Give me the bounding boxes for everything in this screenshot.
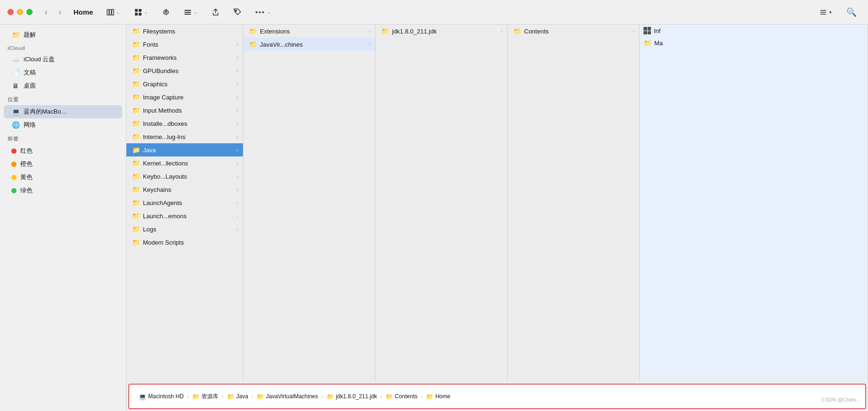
sidebar-item-network[interactable]: 🌐 网络 (4, 118, 122, 132)
list-item[interactable]: 📁 Frameworks › (126, 51, 243, 64)
folder-icon: 📁 (132, 212, 140, 220)
sidebar-item-tag-yellow[interactable]: 黄色 (4, 171, 122, 184)
list-item-extensions[interactable]: 📁 Extensions › (243, 25, 375, 38)
minimize-button[interactable] (17, 9, 23, 15)
list-item-javavirtual[interactable]: 📁 JavaVir...chines › (243, 38, 375, 51)
svg-rect-11 (184, 14, 191, 15)
sidebar-item-label: 绿色 (20, 186, 33, 195)
list-item[interactable]: 📁 Logs › (126, 222, 243, 236)
list-item[interactable]: 📁 Graphics › (126, 77, 243, 90)
list-item-contents[interactable]: 📁 Contents › (508, 25, 639, 38)
forward-button[interactable]: › (56, 6, 64, 18)
list-item-inf[interactable]: Inf (640, 25, 868, 37)
maximize-button[interactable] (26, 9, 33, 15)
sidebar-item-label: 桌面 (24, 82, 36, 90)
breadcrumb-item-macintosh[interactable]: 💻 Macintosh HD (137, 392, 185, 401)
back-button[interactable]: ‹ (42, 6, 50, 18)
breadcrumb-item-jvm[interactable]: 📁 JavaVirtualMachines (255, 392, 320, 401)
search-button[interactable]: 🔍 (843, 5, 860, 20)
sidebar-item-label: 黄色 (20, 173, 33, 181)
breadcrumb-label: Java (236, 393, 248, 400)
tag-yellow-dot (11, 175, 17, 180)
desktop-icon: 🖥 (11, 82, 20, 90)
breadcrumb-separator: › (222, 394, 224, 399)
sidebar-item-tag-red[interactable]: 红色 (4, 144, 122, 157)
list-item[interactable]: 📁 Interne...lug-Ins › (126, 130, 243, 143)
list-item[interactable]: 📁 Fonts › (126, 38, 243, 51)
tag-orange-dot (11, 162, 17, 167)
breadcrumb-item-java[interactable]: 📁 Java (225, 392, 250, 401)
breadcrumb-item-contents[interactable]: 📁 Contents (384, 392, 419, 401)
tag-green-dot (11, 188, 17, 193)
breadcrumb-item-jdk[interactable]: 📁 jdk1.8.0_211.jdk (325, 392, 379, 401)
list-item[interactable]: 📁 Keybo...Layouts › (126, 170, 243, 183)
sidebar-item-macbook[interactable]: 💻 蓝冉的MacBo… (4, 105, 122, 118)
list-item[interactable]: 📁 Installe...dboxes › (126, 117, 243, 130)
folder-icon: 📁 (426, 393, 434, 400)
list-item-java[interactable]: 📁 Java › (126, 143, 243, 156)
list-item[interactable]: 📁 Input Methods › (126, 104, 243, 117)
folder-icon: 📁 (132, 80, 140, 88)
breadcrumb-item-home[interactable]: 📁 Home (424, 392, 452, 401)
folder-icon: 📁 (132, 107, 140, 114)
list-item[interactable]: 📁 Image Capture › (126, 90, 243, 104)
sidebar-item-tag-green[interactable]: 绿色 (4, 184, 122, 197)
svg-point-8 (165, 11, 167, 13)
svg-rect-0 (107, 9, 109, 15)
list-item[interactable]: 📁 Kernel...llections › (126, 156, 243, 170)
breadcrumb-label: JavaVirtualMachines (266, 393, 318, 400)
grid-view-button[interactable]: ⌄ (130, 6, 152, 18)
list-item[interactable]: 📁 Filesystems (126, 25, 243, 38)
share-button[interactable] (208, 6, 224, 18)
sidebar-item-label: 网络 (24, 121, 36, 129)
breadcrumb-separator: › (380, 394, 382, 399)
sidebar-item-tijie[interactable]: 📁 题解 (4, 28, 122, 41)
list-item[interactable]: 📁 LaunchAgents › (126, 196, 243, 209)
folder-icon: 📁 (257, 393, 264, 400)
view-columns-button[interactable]: ⌄ (102, 6, 125, 18)
folder-icon: 📁 (132, 146, 140, 154)
folder-icon: 📁 (326, 393, 334, 400)
list-item[interactable]: 📁 Keychains › (126, 183, 243, 196)
list-item-jdk[interactable]: 📁 jdk1.8.0_211.jdk › (376, 25, 507, 38)
breadcrumb-separator: › (421, 394, 423, 399)
svg-rect-3 (135, 9, 138, 12)
folder-icon: 📁 (132, 238, 140, 246)
folder-icon: 📁 (132, 120, 140, 127)
close-button[interactable] (8, 9, 14, 15)
folder-icon: 📁 (132, 159, 140, 167)
svg-point-12 (235, 10, 237, 11)
more-button[interactable]: ••• ⌄ (251, 6, 275, 18)
list-view-button[interactable]: ⌄ (180, 6, 202, 18)
sidebar-item-tag-orange[interactable]: 橙色 (4, 157, 122, 171)
folder-icon: 📁 (132, 225, 140, 233)
folder-icon: 📁 (385, 393, 393, 400)
folder-icon: 📁 (132, 173, 140, 180)
list-item[interactable]: 📁 Modem Scripts (126, 236, 243, 249)
column-3: 📁 jdk1.8.0_211.jdk › (376, 25, 508, 382)
sidebar-item-label: iCloud 云盘 (24, 55, 55, 64)
list-item[interactable]: 📁 Launch...emons › (126, 209, 243, 222)
sidebar-item-zhuomian[interactable]: 🖥 桌面 (4, 79, 122, 92)
breadcrumb-item-ziyuanku[interactable]: 📁 资源库 (190, 392, 220, 402)
item-label: Ma (654, 40, 663, 47)
airdrop-button[interactable] (158, 6, 174, 18)
column-2: 📁 Extensions › 📁 JavaVir...chines › (243, 25, 376, 382)
tag-button[interactable] (229, 6, 245, 18)
breadcrumb-bar: 💻 Macintosh HD › 📁 资源库 › 📁 Java › 📁 Java… (128, 384, 866, 409)
breadcrumb-label: 资源库 (201, 393, 218, 401)
doc-icon: 📄 (11, 69, 20, 76)
list-item[interactable]: 📁 GPUBundles › (126, 64, 243, 77)
tag-red-dot (11, 148, 17, 154)
sidebar-item-wenxian[interactable]: 📄 文稿 (4, 66, 122, 79)
sidebar-item-icloud[interactable]: ☁️ iCloud 云盘 (4, 53, 122, 66)
sidebar-item-label: 题解 (24, 31, 36, 39)
folder-icon: 📁 (132, 67, 140, 74)
svg-rect-9 (184, 10, 191, 11)
folder-icon: 📁 (132, 54, 140, 61)
expand-sidebar-button[interactable] (815, 6, 837, 18)
list-item-ma[interactable]: 📁 Ma (640, 37, 868, 49)
breadcrumb-separator: › (321, 394, 323, 399)
sidebar: 📁 题解 iCloud ☁️ iCloud 云盘 📄 文稿 🖥 桌面 位置 💻 … (0, 25, 126, 411)
laptop-icon: 💻 (11, 108, 20, 115)
